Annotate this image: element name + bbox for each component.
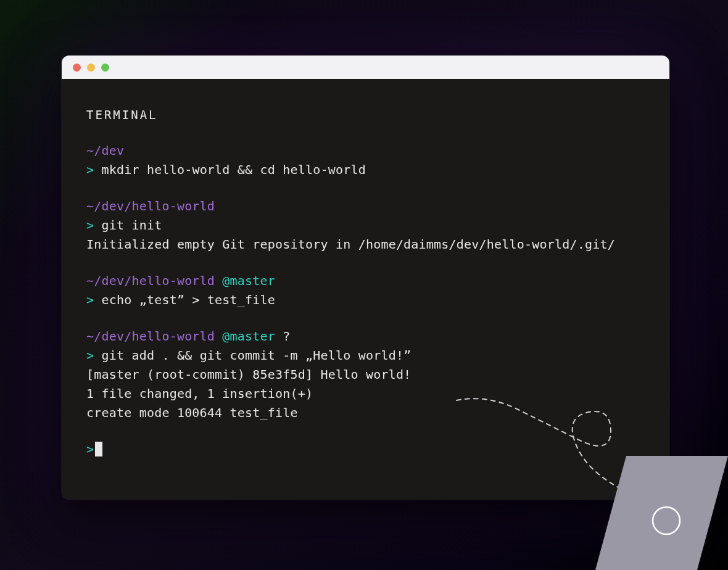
terminal-body[interactable]: TERMINAL ~/dev > mkdir hello-world && cd…: [62, 79, 669, 500]
active-prompt[interactable]: >: [86, 440, 645, 459]
prompt-status: ?: [283, 329, 290, 344]
command-text: mkdir hello-world && cd hello-world: [102, 162, 366, 177]
terminal-block: ~/dev > mkdir hello-world && cd hello-wo…: [86, 141, 645, 180]
prompt-char: >: [86, 162, 94, 177]
prompt-path: ~/dev: [86, 143, 124, 158]
output-line: create mode 100644 test_file: [86, 403, 645, 423]
prompt-path: ~/dev/hello-world: [86, 329, 215, 344]
terminal-window: TERMINAL ~/dev > mkdir hello-world && cd…: [62, 56, 669, 500]
command-text: git init: [102, 218, 162, 233]
cursor-icon: [95, 442, 102, 456]
svg-point-1: [653, 507, 680, 534]
terminal-block: ~/dev/hello-world @master ? > git add . …: [86, 327, 645, 423]
terminal-label: TERMINAL: [86, 106, 645, 124]
prompt-char: >: [86, 292, 94, 307]
prompt-branch: @master: [222, 273, 275, 288]
window-titlebar: [62, 56, 669, 79]
prompt-char: >: [86, 442, 94, 456]
output-line: 1 file changed, 1 insertion(+): [86, 384, 645, 403]
zoom-icon[interactable]: [101, 64, 109, 72]
output-line: Initialized empty Git repository in /hom…: [86, 235, 645, 254]
close-icon[interactable]: [73, 64, 81, 72]
prompt-char: >: [86, 218, 94, 233]
prompt-branch: @master: [222, 329, 275, 344]
prompt-char: >: [86, 348, 94, 363]
minimize-icon[interactable]: [87, 64, 95, 72]
command-text: echo „test” > test_file: [102, 292, 276, 307]
command-text: git add . && git commit -m „Hello world!…: [102, 348, 412, 363]
output-line: [master (root-commit) 85e3f5d] Hello wor…: [86, 365, 645, 384]
terminal-block: ~/dev/hello-world @master > echo „test” …: [86, 271, 645, 310]
prompt-path: ~/dev/hello-world: [86, 273, 215, 288]
terminal-block: ~/dev/hello-world > git init Initialized…: [86, 197, 645, 254]
prompt-path: ~/dev/hello-world: [86, 199, 215, 213]
